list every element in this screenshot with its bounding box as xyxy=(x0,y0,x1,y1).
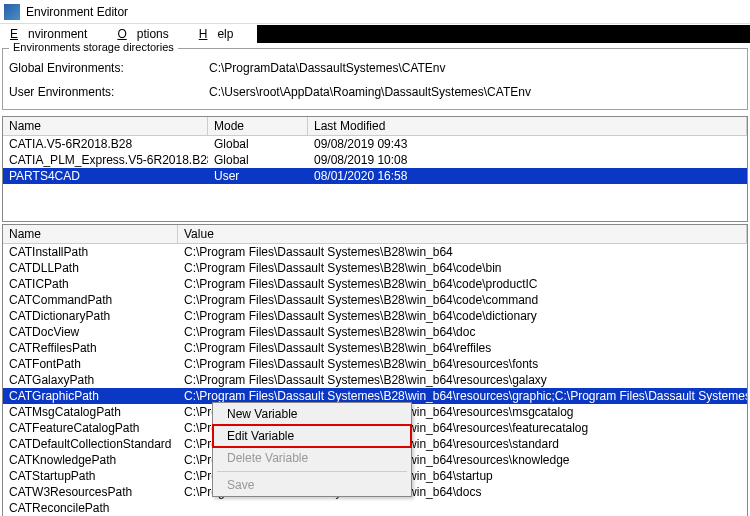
env-name: CATIA_PLM_Express.V5-6R2018.B28 xyxy=(3,152,208,168)
app-icon xyxy=(4,4,20,20)
menu-save: Save xyxy=(213,474,411,496)
menubar-filler xyxy=(257,25,750,43)
global-env-label: Global Environments: xyxy=(9,61,209,75)
env-col-lastmod[interactable]: Last Modified xyxy=(308,117,747,135)
var-name: CATReffilesPath xyxy=(3,340,178,356)
env-col-mode[interactable]: Mode xyxy=(208,117,308,135)
var-col-value[interactable]: Value xyxy=(178,225,747,243)
table-row[interactable]: CATDocViewC:\Program Files\Dassault Syst… xyxy=(3,324,747,340)
table-row[interactable]: CATGalaxyPathC:\Program Files\Dassault S… xyxy=(3,372,747,388)
var-name: CATKnowledgePath xyxy=(3,452,178,468)
env-mode: Global xyxy=(208,136,308,152)
var-name: CATDocView xyxy=(3,324,178,340)
table-row[interactable]: CATICPathC:\Program Files\Dassault Syste… xyxy=(3,276,747,292)
storage-group: Environments storage directories Global … xyxy=(2,48,748,110)
var-value: C:\Program Files\Dassault Systemes\B28\w… xyxy=(178,324,747,340)
table-row[interactable]: CATInstallPathC:\Program Files\Dassault … xyxy=(3,244,747,260)
var-value: C:\Program Files\Dassault Systemes\B28\w… xyxy=(178,340,747,356)
table-row[interactable]: CATReffilesPathC:\Program Files\Dassault… xyxy=(3,340,747,356)
var-name: CATMsgCatalogPath xyxy=(3,404,178,420)
user-env-label: User Environments: xyxy=(9,85,209,99)
env-name: PARTS4CAD xyxy=(3,168,208,184)
var-value xyxy=(178,500,747,516)
table-row[interactable]: PARTS4CADUser08/01/2020 16:58 xyxy=(3,168,747,184)
var-name: CATW3ResourcesPath xyxy=(3,484,178,500)
env-mode: Global xyxy=(208,152,308,168)
var-name: CATDLLPath xyxy=(3,260,178,276)
env-name: CATIA.V5-6R2018.B28 xyxy=(3,136,208,152)
var-name: CATICPath xyxy=(3,276,178,292)
var-name: CATFontPath xyxy=(3,356,178,372)
window-title: Environment Editor xyxy=(26,5,128,19)
menu-new-variable[interactable]: New Variable xyxy=(213,403,411,425)
user-env-path: C:\Users\root\AppData\Roaming\DassaultSy… xyxy=(209,85,531,99)
var-name: CATCommandPath xyxy=(3,292,178,308)
titlebar: Environment Editor xyxy=(0,0,750,24)
env-col-name[interactable]: Name xyxy=(3,117,208,135)
table-row[interactable]: CATIA.V5-6R2018.B28Global09/08/2019 09:4… xyxy=(3,136,747,152)
menu-help[interactable]: Help xyxy=(189,25,254,43)
var-value: C:\Program Files\Dassault Systemes\B28\w… xyxy=(178,308,747,324)
env-mode: User xyxy=(208,168,308,184)
var-name: CATFeatureCatalogPath xyxy=(3,420,178,436)
menu-edit-variable[interactable]: Edit Variable xyxy=(213,425,411,447)
var-value: C:\Program Files\Dassault Systemes\B28\w… xyxy=(178,372,747,388)
var-value: C:\Program Files\Dassault Systemes\B28\w… xyxy=(178,356,747,372)
var-name: CATGalaxyPath xyxy=(3,372,178,388)
var-name: CATDefaultCollectionStandard xyxy=(3,436,178,452)
var-value: C:\Program Files\Dassault Systemes\B28\w… xyxy=(178,292,747,308)
table-row[interactable]: CATDictionaryPathC:\Program Files\Dassau… xyxy=(3,308,747,324)
var-name: CATGraphicPath xyxy=(3,388,178,404)
table-row[interactable]: CATFontPathC:\Program Files\Dassault Sys… xyxy=(3,356,747,372)
var-name: CATReconcilePath xyxy=(3,500,178,516)
var-value: C:\Program Files\Dassault Systemes\B28\w… xyxy=(178,244,747,260)
table-row[interactable]: CATReconcilePath xyxy=(3,500,747,516)
var-value: C:\Program Files\Dassault Systemes\B28\w… xyxy=(178,276,747,292)
storage-legend: Environments storage directories xyxy=(9,41,178,53)
context-menu: New Variable Edit Variable Delete Variab… xyxy=(212,402,412,497)
var-value: C:\Program Files\Dassault Systemes\B28\w… xyxy=(178,260,747,276)
env-table-header: Name Mode Last Modified xyxy=(3,117,747,136)
var-name: CATInstallPath xyxy=(3,244,178,260)
table-row[interactable]: CATCommandPathC:\Program Files\Dassault … xyxy=(3,292,747,308)
global-env-path: C:\ProgramData\DassaultSystemes\CATEnv xyxy=(209,61,446,75)
table-row[interactable]: CATDLLPathC:\Program Files\Dassault Syst… xyxy=(3,260,747,276)
environments-table[interactable]: Name Mode Last Modified CATIA.V5-6R2018.… xyxy=(2,116,748,222)
var-name: CATDictionaryPath xyxy=(3,308,178,324)
var-table-header: Name Value xyxy=(3,225,747,244)
env-lastmod: 09/08/2019 09:43 xyxy=(308,136,747,152)
menu-delete-variable: Delete Variable xyxy=(213,447,411,469)
var-name: CATStartupPath xyxy=(3,468,178,484)
table-row[interactable]: CATIA_PLM_Express.V5-6R2018.B28Global09/… xyxy=(3,152,747,168)
env-lastmod: 08/01/2020 16:58 xyxy=(308,168,747,184)
env-lastmod: 09/08/2019 10:08 xyxy=(308,152,747,168)
menu-separator xyxy=(217,471,407,472)
var-col-name[interactable]: Name xyxy=(3,225,178,243)
